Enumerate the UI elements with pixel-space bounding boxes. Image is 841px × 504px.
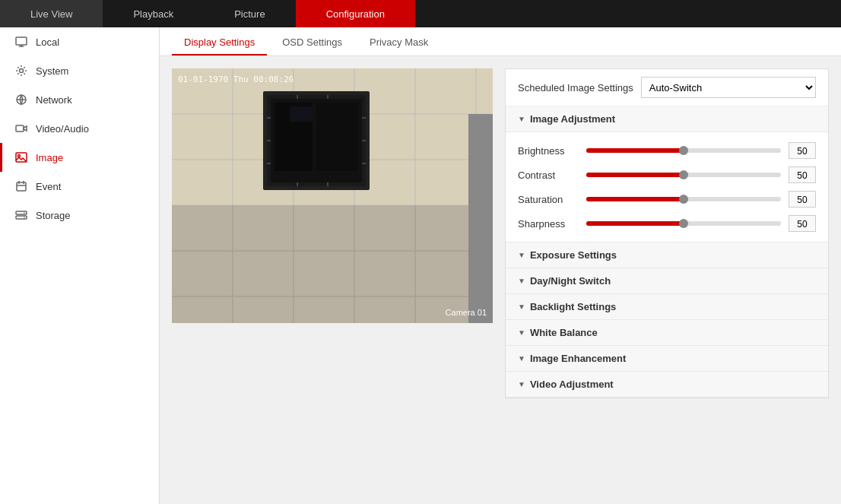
arrow-right-icon-exposure: ▼ bbox=[518, 251, 525, 259]
svg-point-3 bbox=[20, 69, 24, 73]
section-backlight-label: Backlight Settings bbox=[530, 301, 616, 312]
section-image-enhancement[interactable]: ▼ Image Enhancement bbox=[506, 346, 828, 372]
section-image-enhancement-label: Image Enhancement bbox=[530, 353, 626, 364]
section-exposure-settings[interactable]: ▼ Exposure Settings bbox=[506, 242, 828, 268]
camera-timestamp: 01-01-1970 Thu 00:08:26 bbox=[178, 74, 294, 84]
nav-configuration[interactable]: Configuration bbox=[296, 0, 415, 27]
section-image-adjustment[interactable]: ▼ Image Adjustment bbox=[506, 106, 828, 132]
tab-osd-settings[interactable]: OSD Settings bbox=[270, 30, 354, 55]
section-day-night-label: Day/Night Switch bbox=[530, 275, 611, 287]
brightness-row: Brightness 50 bbox=[518, 138, 816, 163]
sharpness-slider[interactable] bbox=[586, 221, 781, 226]
tab-display-settings[interactable]: Display Settings bbox=[172, 30, 267, 55]
svg-rect-9 bbox=[17, 182, 26, 191]
contrast-row: Contrast 50 bbox=[518, 163, 816, 187]
content-area: Display Settings OSD Settings Privacy Ma… bbox=[160, 27, 841, 504]
arrow-right-icon-backlight: ▼ bbox=[518, 303, 525, 311]
sharpness-label: Sharpness bbox=[518, 218, 579, 230]
brightness-slider[interactable] bbox=[586, 148, 781, 153]
sidebar-item-local[interactable]: Local bbox=[0, 27, 159, 56]
section-image-adjustment-label: Image Adjustment bbox=[530, 113, 615, 125]
image-adjustment-content: Brightness 50 Contrast bbox=[506, 132, 828, 242]
storage-icon bbox=[14, 208, 28, 222]
sidebar-item-storage[interactable]: Storage bbox=[0, 201, 159, 230]
sidebar-item-network[interactable]: Network bbox=[0, 85, 159, 114]
sidebar-label-event: Event bbox=[36, 181, 61, 192]
contrast-value: 50 bbox=[789, 166, 816, 183]
sidebar-item-event[interactable]: Event bbox=[0, 172, 159, 201]
sidebar-item-video-audio[interactable]: Video/Audio bbox=[0, 114, 159, 143]
svg-rect-27 bbox=[172, 205, 493, 323]
section-white-balance-label: White Balance bbox=[530, 327, 598, 338]
video-icon bbox=[14, 122, 28, 135]
svg-rect-0 bbox=[16, 37, 27, 45]
sidebar-item-image[interactable]: Image bbox=[0, 143, 159, 172]
section-backlight[interactable]: ▼ Backlight Settings bbox=[506, 294, 828, 320]
brightness-label: Brightness bbox=[518, 145, 579, 157]
sidebar: Local System Network bbox=[0, 27, 160, 504]
contrast-slider[interactable] bbox=[586, 173, 781, 177]
section-video-adjustment[interactable]: ▼ Video Adjustment bbox=[506, 372, 828, 398]
section-white-balance[interactable]: ▼ White Balance bbox=[506, 320, 828, 346]
section-exposure-label: Exposure Settings bbox=[530, 249, 617, 261]
svg-rect-13 bbox=[16, 211, 27, 214]
scheduled-image-select[interactable]: Auto-Switch Scheduled Manual bbox=[641, 77, 816, 98]
event-icon bbox=[14, 179, 28, 193]
arrow-right-icon-enhance: ▼ bbox=[518, 354, 525, 363]
settings-panel: Scheduled Image Settings Auto-Switch Sch… bbox=[505, 68, 829, 398]
saturation-value: 50 bbox=[789, 191, 816, 208]
nav-live-view[interactable]: Live View bbox=[0, 0, 103, 27]
scheduled-image-label: Scheduled Image Settings bbox=[518, 82, 633, 94]
saturation-label: Saturation bbox=[518, 194, 579, 205]
main-layout: Local System Network bbox=[0, 27, 841, 504]
arrow-right-icon-daynight: ▼ bbox=[518, 277, 525, 285]
sidebar-label-local: Local bbox=[36, 36, 59, 48]
svg-rect-6 bbox=[16, 125, 24, 132]
scheduled-image-row: Scheduled Image Settings Auto-Switch Sch… bbox=[506, 69, 828, 106]
image-icon bbox=[14, 151, 28, 164]
sidebar-label-system: System bbox=[36, 65, 68, 77]
saturation-slider[interactable] bbox=[586, 197, 781, 201]
svg-rect-44 bbox=[316, 103, 358, 171]
svg-rect-14 bbox=[16, 216, 27, 219]
sidebar-label-storage: Storage bbox=[36, 210, 71, 221]
camera-label: Camera 01 bbox=[446, 308, 487, 317]
contrast-label: Contrast bbox=[518, 170, 579, 181]
content-body: 01-01-1970 Thu 00:08:26 Camera 01 Schedu… bbox=[160, 56, 841, 410]
saturation-row: Saturation 50 bbox=[518, 187, 816, 211]
gear-icon bbox=[14, 64, 28, 78]
svg-rect-45 bbox=[290, 106, 313, 122]
network-icon bbox=[14, 93, 28, 106]
svg-rect-34 bbox=[468, 114, 493, 323]
camera-preview: 01-01-1970 Thu 00:08:26 Camera 01 bbox=[172, 68, 493, 323]
arrow-right-icon-wb: ▼ bbox=[518, 328, 525, 337]
svg-point-16 bbox=[24, 217, 25, 218]
nav-picture[interactable]: Picture bbox=[204, 0, 295, 27]
nav-playback[interactable]: Playback bbox=[103, 0, 204, 27]
monitor-icon bbox=[14, 35, 28, 49]
tab-privacy-mask[interactable]: Privacy Mask bbox=[357, 30, 440, 55]
svg-point-15 bbox=[24, 212, 25, 214]
sidebar-label-image: Image bbox=[36, 152, 63, 163]
sidebar-label-network: Network bbox=[36, 94, 72, 106]
brightness-value: 50 bbox=[789, 142, 816, 159]
arrow-right-icon-video: ▼ bbox=[518, 380, 525, 388]
top-navigation: Live View Playback Picture Configuration bbox=[0, 0, 841, 27]
sharpness-value: 50 bbox=[789, 215, 816, 232]
section-day-night[interactable]: ▼ Day/Night Switch bbox=[506, 268, 828, 294]
sidebar-label-video-audio: Video/Audio bbox=[36, 123, 89, 135]
sidebar-item-system[interactable]: System bbox=[0, 56, 159, 85]
section-video-adjustment-label: Video Adjustment bbox=[530, 379, 614, 390]
arrow-down-icon: ▼ bbox=[518, 115, 525, 123]
tabs-bar: Display Settings OSD Settings Privacy Ma… bbox=[160, 27, 841, 56]
sharpness-row: Sharpness 50 bbox=[518, 211, 816, 236]
